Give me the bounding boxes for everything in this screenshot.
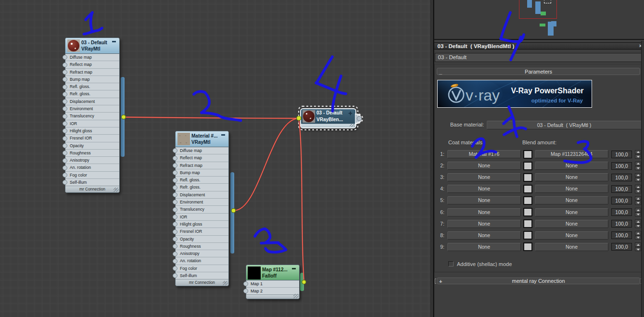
svg-text:v·ray: v·ray xyxy=(466,87,500,104)
svg-text:optimized for V-Ray: optimized for V-Ray xyxy=(531,98,583,103)
svg-text:V-Ray PowerShader: V-Ray PowerShader xyxy=(511,87,583,95)
